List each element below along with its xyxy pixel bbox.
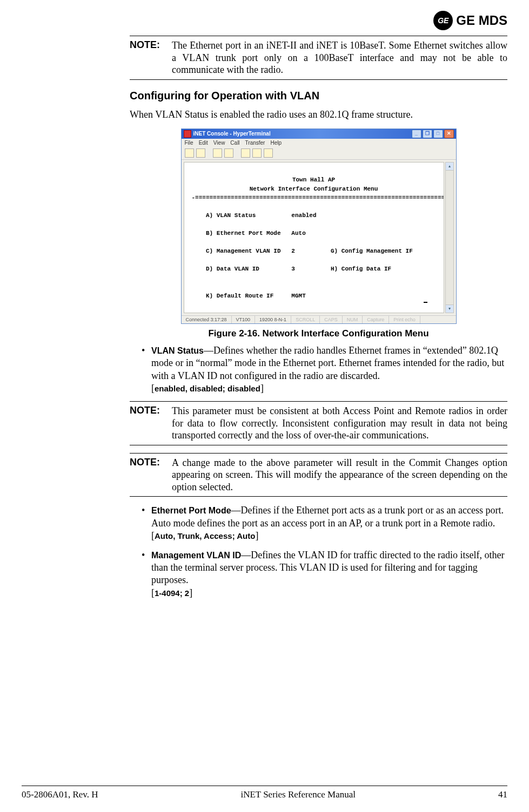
app-icon	[184, 130, 191, 138]
term-header1: Town Hall AP	[292, 177, 335, 183]
footer-center: iNET Series Reference Manual	[240, 789, 356, 800]
row-d-val: 3	[291, 266, 295, 272]
row-c-label: C) Management VLAN ID	[206, 248, 281, 254]
term-header2: Network Interface Configuration Menu	[250, 186, 378, 192]
row-h: H) Config Data IF	[331, 266, 391, 272]
toolbar-connect-icon[interactable]	[213, 148, 222, 158]
toolbar-disconnect-icon[interactable]	[224, 148, 233, 158]
menu-view[interactable]: View	[213, 140, 225, 146]
menu-file[interactable]: File	[185, 140, 193, 146]
scrollbar[interactable]: ▴ ▾	[445, 162, 454, 313]
status-conn: Connected 3:17:28	[182, 316, 232, 323]
footer-left: 05-2806A01, Rev. H	[22, 789, 98, 800]
maximize-icon[interactable]: □	[433, 130, 443, 138]
status-baud: 19200 8-N-1	[255, 316, 291, 323]
row-a-val: enabled	[291, 212, 316, 219]
note-1-text: The Ethernet port in an iNET-II and iNET…	[172, 39, 507, 76]
range-eth-port-mode: Auto, Trunk, Access; Auto	[155, 531, 255, 540]
term-mgmt-vlan-id: Management VLAN ID	[151, 551, 241, 560]
row-k-val: MGMT	[291, 293, 305, 299]
ge-monogram-icon: GE	[433, 11, 453, 30]
terminal-screenshot: iNET Console - HyperTerminal _ ❐ □ ✕ Fil…	[181, 128, 457, 324]
note-3-text: A change made to the above parameter wil…	[172, 457, 507, 493]
status-caps: CAPS	[320, 316, 343, 323]
term-eth-port-mode: Ethernet Port Mode	[151, 506, 231, 515]
menubar: File Edit View Call Transfer Help	[182, 139, 456, 147]
status-num: NUM	[343, 316, 363, 323]
scroll-up-icon[interactable]: ▴	[446, 163, 453, 171]
brand-logo: GE GE MDS	[22, 11, 507, 30]
desc-vlan-status: —Defines whether the radio handles Ether…	[151, 345, 504, 381]
status-printecho: Print echo	[389, 316, 420, 323]
toolbar-props-icon[interactable]	[264, 148, 273, 158]
statusbar: Connected 3:17:28 VT100 19200 8-N-1 SCRO…	[182, 315, 456, 323]
toolbar-send-icon[interactable]	[241, 148, 250, 158]
intro-paragraph: When VLAN Status is enabled the radio us…	[130, 109, 507, 121]
section-heading: Configuring for Operation with VLAN	[130, 90, 507, 102]
range-mgmt-vlan-id: 1-4094; 2	[155, 588, 189, 598]
note-2-text: This parameter must be consistent at bot…	[172, 405, 507, 442]
term-vlan-status: VLAN Status	[151, 346, 204, 355]
brand-text: GE MDS	[456, 13, 507, 28]
bullet-vlan-status: VLAN Status—Defines whether the radio ha…	[151, 344, 507, 395]
note-3: NOTE: A change made to the above paramet…	[130, 453, 507, 497]
minimize-icon[interactable]: _	[412, 130, 421, 138]
range-vlan-status: enabled, disabled; disabled	[155, 384, 260, 393]
toolbar-receive-icon[interactable]	[252, 148, 262, 158]
row-k-label: K) Default Route IF	[206, 293, 273, 299]
status-capture: Capture	[363, 316, 389, 323]
note-label: NOTE:	[130, 39, 172, 76]
toolbar	[182, 147, 456, 160]
page-footer: 05-2806A01, Rev. H iNET Series Reference…	[22, 786, 507, 800]
bullet-mgmt-vlan-id: Management VLAN ID—Defines the VLAN ID f…	[151, 549, 507, 600]
row-d-label: D) Data VLAN ID	[206, 266, 259, 272]
menu-call[interactable]: Call	[230, 140, 239, 146]
cursor-icon	[424, 302, 427, 303]
bullet-eth-port-mode: Ethernet Port Mode—Defines if the Ethern…	[151, 504, 507, 542]
window-title: iNET Console - HyperTerminal	[193, 131, 271, 137]
note-2: NOTE: This parameter must be consistent …	[130, 401, 507, 445]
close-icon[interactable]: ✕	[444, 130, 454, 138]
toolbar-new-icon[interactable]	[185, 148, 194, 158]
row-a-label: A) VLAN Status	[206, 212, 256, 219]
menu-transfer[interactable]: Transfer	[245, 140, 265, 146]
menu-edit[interactable]: Edit	[199, 140, 208, 146]
terminal-area[interactable]: Town Hall APNetwork Interface Configurat…	[184, 162, 444, 313]
note-label-2: NOTE:	[130, 405, 172, 442]
row-c-val: 2	[291, 248, 295, 254]
row-b-label: B) Ethernet Port Mode	[206, 230, 281, 236]
status-scroll: SCROLL	[291, 316, 320, 323]
footer-right: 41	[498, 789, 507, 800]
status-emul: VT100	[232, 316, 256, 323]
menu-help[interactable]: Help	[270, 140, 282, 146]
row-g: G) Config Management IF	[331, 248, 413, 254]
restore-icon[interactable]: ❐	[423, 130, 432, 138]
row-b-val: Auto	[291, 230, 305, 236]
note-label-3: NOTE:	[130, 457, 172, 493]
scroll-down-icon[interactable]: ▾	[446, 304, 453, 313]
figure-caption: Figure 2-16. Network Interface Configura…	[130, 328, 507, 339]
toolbar-open-icon[interactable]	[196, 148, 205, 158]
note-1: NOTE: The Ethernet port in an iNET-II an…	[130, 36, 507, 80]
